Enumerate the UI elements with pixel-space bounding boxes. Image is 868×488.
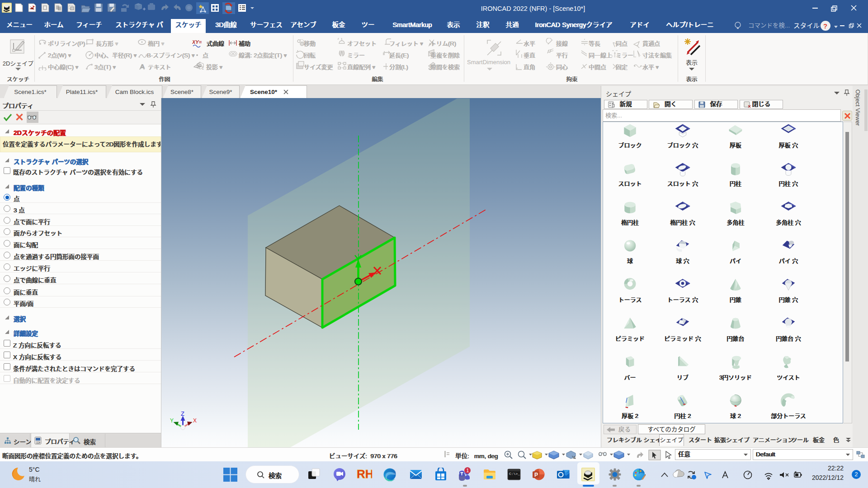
svg-text:Z: Z xyxy=(181,410,184,417)
svg-text:スタイル: スタイル xyxy=(793,22,820,29)
svg-text:P: P xyxy=(534,472,538,478)
svg-text:RH: RH xyxy=(357,467,372,481)
svg-text:?: ? xyxy=(823,22,827,30)
svg-text:1: 1 xyxy=(202,66,204,70)
svg-text:X: X xyxy=(193,418,197,424)
svg-text:C:\>_: C:\>_ xyxy=(509,472,520,476)
svg-text:コマンドを検...: コマンドを検... xyxy=(748,22,790,29)
svg-text:Y: Y xyxy=(170,418,174,424)
svg-text:1: 1 xyxy=(467,468,469,473)
svg-text:XY=: XY= xyxy=(192,39,202,45)
